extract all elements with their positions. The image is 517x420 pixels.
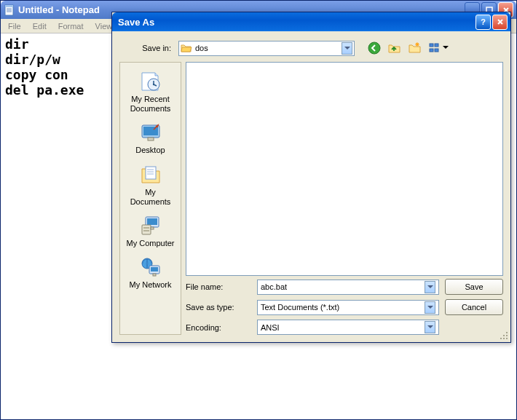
places-bar: My Recent Documents Desktop My Documents [119,62,181,335]
savein-value: dos [195,44,342,52]
recent-documents-icon [139,70,162,93]
svg-rect-23 [147,218,157,225]
help-button[interactable]: ? [475,15,491,30]
dialog-body: Save in: dos [112,31,510,342]
place-recent[interactable]: My Recent Documents [123,67,178,116]
cancel-button[interactable]: Cancel [445,299,503,315]
filename-combo[interactable]: abc.bat [257,280,439,295]
svg-rect-26 [143,230,149,231]
right-column: File name: abc.bat Save Save as type: Te… [186,62,503,335]
dialog-titlebar: Save As ? [112,12,510,31]
svg-rect-27 [151,227,154,229]
svg-rect-33 [503,335,505,336]
place-mycomp[interactable]: My Computer [123,211,178,251]
resize-grip[interactable] [499,330,509,341]
chevron-down-icon [425,281,435,293]
filename-value: abc.bat [261,282,425,291]
chevron-down-icon [425,301,435,314]
chevron-down-icon [425,321,435,333]
saveastype-label: Save as type: [186,303,251,312]
menu-format[interactable]: Format [52,20,90,32]
place-mynet-label: My Network [129,280,171,290]
up-folder-button[interactable] [387,40,403,56]
savein-label: Save in: [119,44,174,52]
fields-grid: File name: abc.bat Save Save as type: Te… [186,279,503,335]
svg-rect-10 [435,44,438,47]
toolbar [366,40,451,56]
desktop-icon [139,121,162,144]
svg-rect-24 [142,225,151,234]
svg-rect-12 [435,49,438,52]
cancel-button-label: Cancel [462,303,486,312]
encoding-combo[interactable]: ANSI [257,320,439,335]
filename-label: File name: [186,282,251,291]
savein-row: Save in: dos [119,40,503,56]
chevron-down-icon [342,42,352,55]
save-button[interactable]: Save [445,279,503,295]
menu-file[interactable]: File [2,20,27,32]
place-desktop[interactable]: Desktop [123,118,178,158]
svg-rect-32 [506,332,508,333]
saveastype-combo[interactable]: Text Documents (*.txt) [257,300,439,315]
menu-edit[interactable]: Edit [27,20,52,32]
svg-rect-9 [430,44,433,47]
savein-combo[interactable]: dos [178,41,355,56]
place-mydocs[interactable]: My Documents [123,160,178,210]
svg-rect-34 [506,335,508,336]
svg-rect-17 [148,138,154,140]
main-row: My Recent Documents Desktop My Documents [119,62,503,335]
place-desktop-label: Desktop [135,146,165,155]
my-network-icon [139,255,162,279]
svg-rect-18 [146,167,156,179]
svg-rect-25 [143,227,149,229]
save-button-label: Save [465,282,483,291]
my-computer-icon [139,214,162,237]
place-mynet[interactable]: My Network [123,253,178,293]
svg-rect-30 [151,267,158,272]
svg-rect-31 [153,274,156,276]
my-documents-icon [139,163,162,186]
place-recent-label: My Recent Documents [125,95,177,114]
encoding-value: ANSI [261,323,425,332]
saveastype-value: Text Documents (*.txt) [261,303,425,312]
svg-rect-11 [430,49,433,52]
svg-point-7 [368,42,380,54]
back-button[interactable] [366,40,382,56]
svg-point-14 [152,84,154,85]
dialog-title: Save As [115,17,475,28]
folder-open-icon [181,42,192,54]
place-mycomp-label: My Computer [126,239,174,248]
encoding-label: Encoding: [186,323,251,332]
svg-rect-1 [5,5,13,7]
svg-rect-37 [506,338,508,339]
file-listing[interactable] [186,62,503,276]
place-mydocs-label: My Documents [125,188,177,207]
svg-rect-35 [500,338,502,339]
svg-rect-36 [503,338,505,339]
dialog-close-button[interactable] [492,15,508,30]
notepad-icon [4,4,15,16]
new-folder-button[interactable] [407,40,423,56]
save-as-dialog: Save As ? Save in: dos [111,12,511,343]
views-button[interactable] [427,40,451,56]
